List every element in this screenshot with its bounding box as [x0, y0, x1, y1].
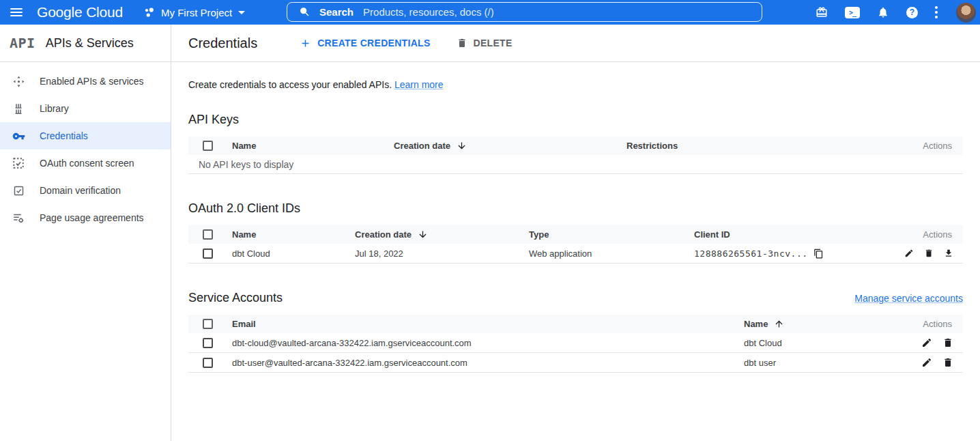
- edit-pencil-icon[interactable]: [921, 357, 932, 368]
- page-header: Credentials CREATE CREDENTIALS DELETE: [171, 25, 980, 62]
- service-account-email: dbt-cloud@vaulted-arcana-332422.iam.gser…: [232, 338, 744, 348]
- sort-desc-icon: [457, 141, 467, 151]
- column-header-type[interactable]: Type: [529, 229, 694, 240]
- help-icon[interactable]: ?: [906, 7, 918, 18]
- search-input[interactable]: Search Products, resources, docs (/): [287, 2, 762, 22]
- sidebar-item-library[interactable]: Library: [0, 95, 171, 122]
- oauth-table-header: Name Creation date Type Client ID Action…: [188, 225, 963, 244]
- delete-trash-icon[interactable]: [924, 248, 934, 259]
- select-all-checkbox[interactable]: [203, 229, 213, 240]
- column-header-actions: Actions: [914, 319, 963, 329]
- sidebar-item-credentials[interactable]: Credentials: [0, 122, 171, 150]
- content-body: Create credentials to access your enable…: [171, 79, 980, 373]
- key-icon: [12, 129, 25, 143]
- sidebar-item-domain-verification[interactable]: Domain verification: [0, 177, 171, 204]
- sidebar-item-label: Domain verification: [40, 185, 121, 196]
- project-name: My First Project: [161, 7, 232, 18]
- column-header-creation-date[interactable]: Creation date: [355, 229, 529, 240]
- topbar-actions: >_ ?: [816, 0, 976, 25]
- page-title: Credentials: [188, 35, 257, 51]
- column-header-actions: Actions: [904, 141, 963, 151]
- enabled-apis-icon: [12, 74, 25, 88]
- delete-trash-icon[interactable]: [942, 337, 953, 348]
- oauth-client-type: Web application: [529, 248, 694, 259]
- delete-trash-icon: [457, 38, 467, 48]
- service-accounts-table-header: Email Name Actions: [188, 315, 963, 333]
- sidebar-item-label: Credentials: [40, 130, 88, 141]
- api-section-icon: API: [10, 35, 35, 51]
- page-usage-icon: [12, 211, 25, 225]
- select-all-checkbox[interactable]: [203, 141, 213, 151]
- sidebar-header: API APIs & Services: [0, 25, 171, 62]
- service-account-name: dbt Cloud: [744, 338, 914, 348]
- service-accounts-table: Email Name Actions dbt-cloud@vaulted-arc…: [188, 315, 963, 373]
- table-row: dbt-user@vaulted-arcana-332422.iam.gserv…: [188, 353, 963, 373]
- row-checkbox[interactable]: [203, 338, 213, 348]
- sidebar-item-enabled-apis[interactable]: Enabled APIs & services: [0, 68, 171, 95]
- sort-desc-icon: [418, 229, 428, 240]
- oauth-client-id: 128886265561-3ncv...: [694, 248, 904, 259]
- sidebar-item-oauth-consent[interactable]: OAuth consent screen: [0, 150, 171, 177]
- notifications-bell-icon[interactable]: [877, 6, 889, 18]
- google-cloud-console: Google Cloud My First Project Search Pro…: [0, 0, 980, 441]
- edit-pencil-icon[interactable]: [904, 248, 914, 259]
- kebab-menu-icon[interactable]: [935, 6, 938, 18]
- column-header-client-id[interactable]: Client ID: [694, 229, 904, 240]
- table-row: dbt Cloud Jul 18, 2022 Web application 1…: [188, 244, 963, 264]
- hamburger-menu-icon[interactable]: [0, 0, 33, 25]
- search-placeholder: Products, resources, docs (/): [363, 6, 494, 18]
- copy-icon[interactable]: [813, 248, 824, 259]
- sort-asc-icon: [774, 319, 784, 329]
- oauth-client-creation-date: Jul 18, 2022: [355, 248, 529, 259]
- project-icon: [143, 7, 155, 18]
- column-header-name[interactable]: Name: [744, 319, 914, 329]
- oauth-clients-table: Name Creation date Type Client ID Action…: [188, 225, 963, 264]
- delete-button[interactable]: DELETE: [457, 38, 513, 48]
- oauth-consent-icon: [12, 156, 25, 170]
- oauth-client-name: dbt Cloud: [232, 248, 355, 259]
- sidebar-item-label: Library: [40, 103, 69, 114]
- select-all-checkbox[interactable]: [203, 319, 213, 329]
- sidebar-nav: Enabled APIs & services Library Credenti…: [0, 62, 171, 231]
- top-bar: Google Cloud My First Project Search Pro…: [0, 0, 980, 25]
- search-icon: [299, 6, 311, 18]
- api-keys-table: Name Creation date Restrictions Actions …: [188, 137, 963, 174]
- sidebar-item-label: OAuth consent screen: [40, 158, 134, 169]
- main-content: Credentials CREATE CREDENTIALS DELETE Cr…: [171, 25, 980, 441]
- gift-icon[interactable]: [816, 6, 828, 18]
- column-header-name[interactable]: Name: [232, 229, 355, 240]
- sidebar-item-page-usage[interactable]: Page usage agreements: [0, 204, 171, 231]
- cloud-shell-icon[interactable]: >_: [845, 7, 860, 18]
- service-account-name: dbt user: [744, 358, 914, 368]
- project-selector[interactable]: My First Project: [143, 7, 245, 18]
- service-accounts-header-row: Service Accounts Manage service accounts: [188, 291, 963, 305]
- service-account-email: dbt-user@vaulted-arcana-332422.iam.gserv…: [232, 358, 744, 368]
- row-checkbox[interactable]: [203, 358, 213, 368]
- sidebar: API APIs & Services Enabled APIs & servi…: [0, 25, 171, 441]
- api-keys-title: API Keys: [188, 113, 963, 127]
- avatar[interactable]: [956, 3, 976, 23]
- chevron-down-icon: [238, 11, 245, 14]
- intro-text: Create credentials to access your enable…: [188, 79, 963, 90]
- api-keys-empty-message: No API keys to display: [188, 155, 963, 174]
- edit-pencil-icon[interactable]: [921, 337, 932, 348]
- plus-icon: [300, 38, 311, 49]
- oauth-clients-title: OAuth 2.0 Client IDs: [188, 201, 963, 216]
- api-keys-table-header: Name Creation date Restrictions Actions: [188, 137, 963, 155]
- domain-verification-icon: [12, 184, 25, 197]
- column-header-creation-date[interactable]: Creation date: [394, 141, 626, 151]
- download-icon[interactable]: [944, 248, 953, 259]
- sidebar-item-label: Page usage agreements: [40, 212, 144, 223]
- column-header-name[interactable]: Name: [232, 141, 394, 151]
- table-row: dbt-cloud@vaulted-arcana-332422.iam.gser…: [188, 333, 963, 353]
- column-header-email[interactable]: Email: [232, 319, 744, 329]
- delete-trash-icon[interactable]: [942, 357, 953, 368]
- row-checkbox[interactable]: [203, 248, 213, 259]
- create-credentials-button[interactable]: CREATE CREDENTIALS: [300, 38, 430, 49]
- column-header-actions: Actions: [904, 229, 963, 240]
- learn-more-link[interactable]: Learn more: [394, 79, 444, 90]
- library-icon: [12, 102, 25, 115]
- column-header-restrictions[interactable]: Restrictions: [626, 141, 904, 151]
- manage-service-accounts-link[interactable]: Manage service accounts: [854, 293, 963, 304]
- google-cloud-logo[interactable]: Google Cloud: [37, 4, 123, 20]
